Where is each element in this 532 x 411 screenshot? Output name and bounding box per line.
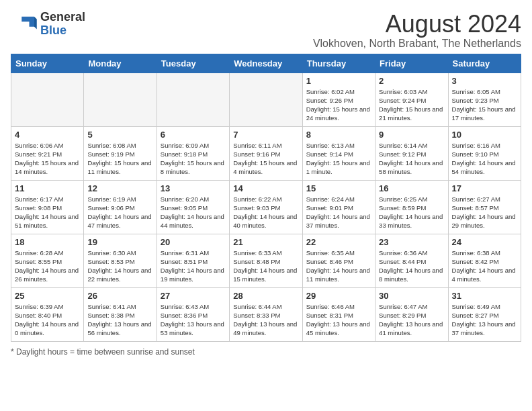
calendar-day-cell: 3Sunrise: 6:05 AM Sunset: 9:23 PM Daylig…: [448, 73, 521, 126]
calendar-day-cell: 9Sunrise: 6:14 AM Sunset: 9:12 PM Daylig…: [375, 126, 448, 180]
logo-icon: [11, 14, 38, 34]
calendar-day-cell: 15Sunrise: 6:24 AM Sunset: 9:01 PM Dayli…: [302, 180, 375, 234]
day-number: 12: [87, 183, 152, 193]
calendar-header-row: SundayMondayTuesdayWednesdayThursdayFrid…: [11, 54, 521, 73]
calendar-week-row: 25Sunrise: 6:39 AM Sunset: 8:40 PM Dayli…: [11, 287, 521, 341]
day-info: Sunrise: 6:49 AM Sunset: 8:27 PM Dayligh…: [452, 302, 517, 338]
day-of-week-header: Thursday: [302, 54, 375, 73]
footer-note: * Daylight hours = time between sunrise …: [11, 347, 521, 357]
day-info: Sunrise: 6:27 AM Sunset: 8:57 PM Dayligh…: [452, 195, 517, 230]
day-number: 23: [379, 237, 444, 247]
calendar-day-cell: 21Sunrise: 6:33 AM Sunset: 8:48 PM Dayli…: [230, 234, 302, 287]
calendar-week-row: 18Sunrise: 6:28 AM Sunset: 8:55 PM Dayli…: [11, 234, 521, 287]
calendar-day-cell: 19Sunrise: 6:30 AM Sunset: 8:53 PM Dayli…: [84, 234, 157, 287]
day-number: 5: [87, 130, 152, 140]
calendar-week-row: 11Sunrise: 6:17 AM Sunset: 9:08 PM Dayli…: [11, 180, 521, 234]
day-number: 20: [161, 237, 226, 247]
calendar-day-cell: 22Sunrise: 6:35 AM Sunset: 8:46 PM Dayli…: [302, 234, 375, 287]
calendar-day-cell: 25Sunrise: 6:39 AM Sunset: 8:40 PM Dayli…: [11, 287, 84, 341]
calendar-day-cell: 16Sunrise: 6:25 AM Sunset: 8:59 PM Dayli…: [375, 180, 448, 234]
day-number: 22: [306, 237, 371, 247]
calendar-day-cell: [230, 73, 302, 126]
calendar-table: SundayMondayTuesdayWednesdayThursdayFrid…: [11, 54, 521, 342]
day-number: 6: [161, 130, 226, 140]
day-of-week-header: Monday: [84, 54, 157, 73]
day-info: Sunrise: 6:43 AM Sunset: 8:36 PM Dayligh…: [161, 302, 226, 338]
page-header: General Blue August 2024 Vlokhoven, Nort…: [11, 11, 521, 50]
day-info: Sunrise: 6:30 AM Sunset: 8:53 PM Dayligh…: [87, 248, 152, 284]
calendar-day-cell: [11, 73, 84, 126]
calendar-day-cell: 29Sunrise: 6:46 AM Sunset: 8:31 PM Dayli…: [302, 287, 375, 341]
day-number: 7: [233, 130, 298, 140]
svg-marker-0: [21, 17, 34, 27]
calendar-day-cell: 14Sunrise: 6:22 AM Sunset: 9:03 PM Dayli…: [230, 180, 302, 234]
day-info: Sunrise: 6:16 AM Sunset: 9:10 PM Dayligh…: [452, 141, 517, 177]
svg-marker-1: [34, 17, 37, 30]
day-number: 27: [161, 291, 226, 301]
day-number: 28: [233, 291, 298, 301]
day-number: 25: [15, 291, 80, 301]
calendar-day-cell: 17Sunrise: 6:27 AM Sunset: 8:57 PM Dayli…: [448, 180, 521, 234]
day-number: 2: [379, 76, 444, 86]
day-of-week-header: Tuesday: [157, 54, 229, 73]
day-info: Sunrise: 6:14 AM Sunset: 9:12 PM Dayligh…: [379, 141, 444, 177]
day-info: Sunrise: 6:05 AM Sunset: 9:23 PM Dayligh…: [452, 87, 517, 123]
calendar-day-cell: 23Sunrise: 6:36 AM Sunset: 8:44 PM Dayli…: [375, 234, 448, 287]
day-number: 29: [306, 291, 371, 301]
calendar-day-cell: 12Sunrise: 6:19 AM Sunset: 9:06 PM Dayli…: [84, 180, 157, 234]
calendar-week-row: 4Sunrise: 6:06 AM Sunset: 9:21 PM Daylig…: [11, 126, 521, 180]
day-info: Sunrise: 6:20 AM Sunset: 9:05 PM Dayligh…: [161, 195, 226, 230]
day-info: Sunrise: 6:38 AM Sunset: 8:42 PM Dayligh…: [452, 248, 517, 284]
day-number: 10: [452, 130, 517, 140]
day-info: Sunrise: 6:25 AM Sunset: 8:59 PM Dayligh…: [379, 195, 444, 230]
calendar-day-cell: [84, 73, 157, 126]
day-info: Sunrise: 6:46 AM Sunset: 8:31 PM Dayligh…: [306, 302, 371, 338]
day-number: 30: [379, 291, 444, 301]
calendar-day-cell: 7Sunrise: 6:11 AM Sunset: 9:16 PM Daylig…: [230, 126, 302, 180]
day-number: 26: [87, 291, 152, 301]
day-info: Sunrise: 6:36 AM Sunset: 8:44 PM Dayligh…: [379, 248, 444, 284]
day-info: Sunrise: 6:02 AM Sunset: 9:26 PM Dayligh…: [306, 87, 371, 123]
day-info: Sunrise: 6:24 AM Sunset: 9:01 PM Dayligh…: [306, 195, 371, 230]
day-of-week-header: Wednesday: [230, 54, 302, 73]
calendar-day-cell: 11Sunrise: 6:17 AM Sunset: 9:08 PM Dayli…: [11, 180, 84, 234]
day-number: 13: [161, 183, 226, 193]
logo-blue: Blue: [40, 24, 85, 38]
month-year-title: August 2024: [313, 11, 521, 38]
day-info: Sunrise: 6:13 AM Sunset: 9:14 PM Dayligh…: [306, 141, 371, 177]
calendar-day-cell: 2Sunrise: 6:03 AM Sunset: 9:24 PM Daylig…: [375, 73, 448, 126]
logo: General Blue: [11, 11, 85, 38]
calendar-day-cell: 4Sunrise: 6:06 AM Sunset: 9:21 PM Daylig…: [11, 126, 84, 180]
day-number: 11: [15, 183, 80, 193]
day-info: Sunrise: 6:03 AM Sunset: 9:24 PM Dayligh…: [379, 87, 444, 123]
title-section: August 2024 Vlokhoven, North Brabant, Th…: [313, 11, 521, 50]
calendar-day-cell: 31Sunrise: 6:49 AM Sunset: 8:27 PM Dayli…: [448, 287, 521, 341]
calendar-day-cell: 8Sunrise: 6:13 AM Sunset: 9:14 PM Daylig…: [302, 126, 375, 180]
day-number: 14: [233, 183, 298, 193]
day-number: 1: [306, 76, 371, 86]
day-info: Sunrise: 6:17 AM Sunset: 9:08 PM Dayligh…: [15, 195, 80, 230]
calendar-day-cell: 28Sunrise: 6:44 AM Sunset: 8:33 PM Dayli…: [230, 287, 302, 341]
calendar-day-cell: [157, 73, 229, 126]
day-info: Sunrise: 6:28 AM Sunset: 8:55 PM Dayligh…: [15, 248, 80, 284]
calendar-day-cell: 1Sunrise: 6:02 AM Sunset: 9:26 PM Daylig…: [302, 73, 375, 126]
day-number: 31: [452, 291, 517, 301]
calendar-week-row: 1Sunrise: 6:02 AM Sunset: 9:26 PM Daylig…: [11, 73, 521, 126]
calendar-day-cell: 24Sunrise: 6:38 AM Sunset: 8:42 PM Dayli…: [448, 234, 521, 287]
day-info: Sunrise: 6:47 AM Sunset: 8:29 PM Dayligh…: [379, 302, 444, 338]
day-number: 3: [452, 76, 517, 86]
day-number: 8: [306, 130, 371, 140]
calendar-day-cell: 30Sunrise: 6:47 AM Sunset: 8:29 PM Dayli…: [375, 287, 448, 341]
day-info: Sunrise: 6:08 AM Sunset: 9:19 PM Dayligh…: [87, 141, 152, 177]
day-number: 24: [452, 237, 517, 247]
day-number: 4: [15, 130, 80, 140]
day-number: 16: [379, 183, 444, 193]
calendar-day-cell: 26Sunrise: 6:41 AM Sunset: 8:38 PM Dayli…: [84, 287, 157, 341]
calendar-day-cell: 20Sunrise: 6:31 AM Sunset: 8:51 PM Dayli…: [157, 234, 229, 287]
day-info: Sunrise: 6:33 AM Sunset: 8:48 PM Dayligh…: [233, 248, 298, 284]
day-info: Sunrise: 6:35 AM Sunset: 8:46 PM Dayligh…: [306, 248, 371, 284]
day-info: Sunrise: 6:19 AM Sunset: 9:06 PM Dayligh…: [87, 195, 152, 230]
day-number: 21: [233, 237, 298, 247]
calendar-day-cell: 27Sunrise: 6:43 AM Sunset: 8:36 PM Dayli…: [157, 287, 229, 341]
calendar-day-cell: 6Sunrise: 6:09 AM Sunset: 9:18 PM Daylig…: [157, 126, 229, 180]
